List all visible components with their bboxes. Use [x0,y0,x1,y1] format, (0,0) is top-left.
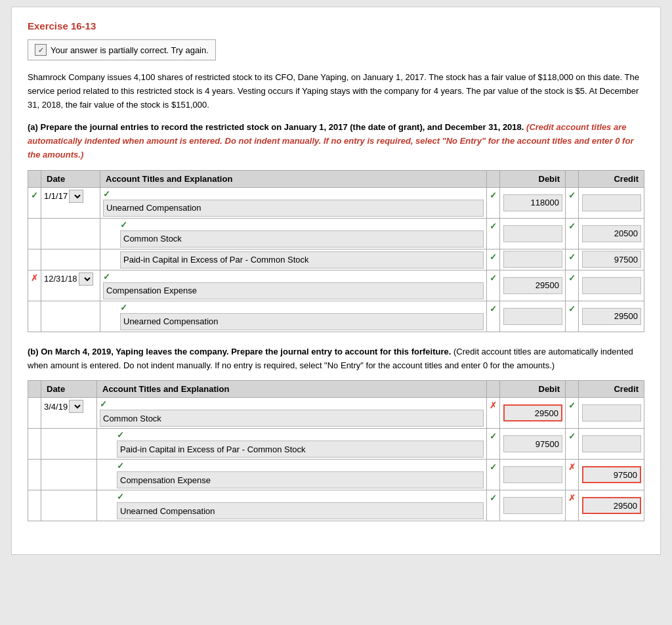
account-input[interactable] [103,200,484,217]
account-cell [100,249,487,270]
exercise-title: Exercise 16-13 [28,20,644,32]
check-mark: ✓ [490,273,497,283]
credit-check-cell: ✓ [566,270,579,301]
account-input[interactable] [100,410,484,427]
account-input[interactable] [120,313,484,330]
debit-input[interactable] [503,225,562,242]
debit-input[interactable] [503,435,562,452]
credit-cell [579,460,644,490]
debit-cell [500,429,566,460]
date-cell [41,460,97,490]
account-input[interactable] [117,441,484,458]
debit-input[interactable] [503,194,562,211]
check-mark: ✓ [568,304,576,314]
th-check2-a [487,170,500,187]
credit-input[interactable] [582,404,641,421]
table-row: ✓✓✗ [28,490,644,521]
th-check-a [28,170,41,187]
row-check-left [28,218,41,249]
credit-input[interactable] [582,497,641,514]
check-mark: ✓ [490,252,497,262]
debit-input[interactable] [503,404,562,421]
th-credit-a: Credit [579,170,644,187]
check-mark: ✓ [490,431,497,441]
check-mark: ✓ [568,252,576,262]
th-check3-a [566,170,579,187]
check-mark: ✓ [31,190,38,200]
debit-cell [500,398,566,429]
credit-check-cell: ✓ [566,301,579,332]
debit-check-cell: ✓ [487,218,500,249]
credit-input[interactable] [582,435,641,452]
credit-cell [579,398,644,429]
th-credit-b: Credit [579,381,644,398]
debit-check-cell: ✓ [487,429,500,460]
credit-input[interactable] [582,308,641,325]
th-debit-a: Debit [500,170,566,187]
debit-cell [500,249,566,270]
partial-correct-icon: ✓ [35,44,47,56]
account-input[interactable] [117,502,484,519]
date-cell [41,301,100,332]
account-input[interactable] [117,471,484,488]
debit-cell [500,301,566,332]
credit-input[interactable] [582,466,641,483]
credit-input[interactable] [582,251,641,268]
check-mark: ✓ [117,492,124,502]
debit-input[interactable] [503,251,562,268]
account-cell: ✓ [100,301,487,332]
account-input[interactable] [120,230,484,248]
date-select[interactable]: v [69,190,83,203]
row-check-left [28,398,41,429]
date-select[interactable]: v [79,272,93,286]
row-check-left [28,249,41,270]
credit-input[interactable] [582,225,641,242]
part-b-table: Date Account Titles and Explanation Debi… [28,380,644,521]
date-cell [41,490,97,521]
check-mark: ✓ [490,221,497,231]
table-row: ✓✓✓ [28,429,644,460]
credit-check-cell: ✓ [566,429,579,460]
check-mark: ✓ [103,272,110,282]
table-row: ✓1/1/17v✓✓✓ [28,187,644,218]
part-a-table: Date Account Titles and Explanation Debi… [28,170,644,332]
credit-input[interactable] [582,277,641,294]
credit-cell [579,301,644,332]
row-check-left [28,490,41,521]
table-row: ✓✓✓ [28,301,644,332]
th-date-b: Date [41,381,97,398]
table-row: 3/4/19v✓✗✓ [28,398,644,429]
account-input[interactable] [120,251,484,269]
check-mark: ✓ [568,221,576,231]
date-value: 1/1/17 [44,191,68,201]
credit-check-cell: ✓ [566,398,579,429]
table-row: ✓✓✓ [28,218,644,249]
debit-input[interactable] [503,308,562,325]
debit-check-cell: ✓ [487,249,500,270]
row-check-left [28,460,41,490]
check-mark: ✗ [568,493,576,503]
debit-cell [500,187,566,218]
check-mark: ✓ [117,461,124,471]
account-cell: ✓ [97,460,487,490]
check-mark: ✓ [120,303,127,312]
check-mark: ✓ [490,462,497,472]
debit-check-cell: ✓ [487,301,500,332]
credit-cell [579,270,644,301]
check-mark: ✓ [117,430,124,440]
debit-input[interactable] [503,466,562,483]
th-check3-b [566,381,579,398]
credit-check-cell: ✓ [566,187,579,218]
date-select[interactable]: v [69,400,83,413]
credit-input[interactable] [582,194,641,211]
debit-input[interactable] [503,497,562,514]
row-check-left: ✗ [28,270,41,301]
account-cell: ✓ [97,490,487,521]
account-input[interactable] [103,282,484,299]
credit-cell [579,218,644,249]
account-cell: ✓ [97,429,487,460]
debit-check-cell: ✓ [487,490,500,521]
check-mark: ✓ [120,220,127,230]
debit-input[interactable] [503,277,562,294]
check-mark: ✗ [490,400,497,410]
